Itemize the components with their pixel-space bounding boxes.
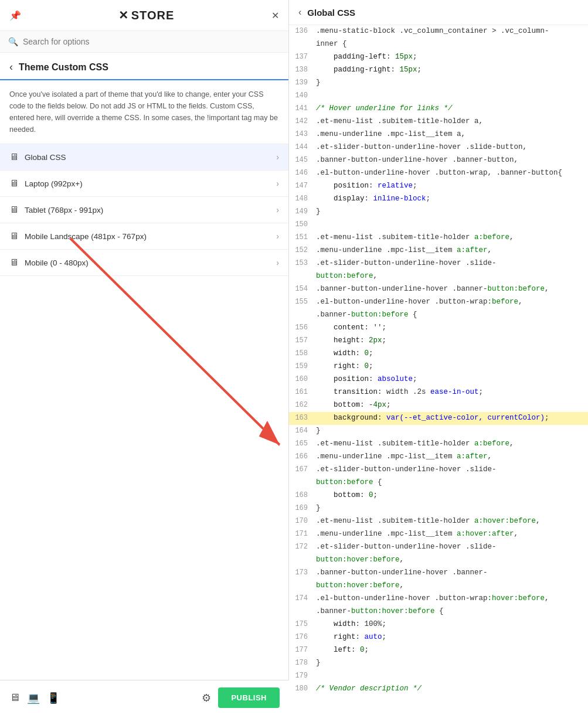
logo-text: STORE — [131, 9, 175, 22]
code-line: button:before { — [289, 476, 588, 489]
code-line: button:before, — [289, 270, 588, 283]
code-line: 173.banner-button-underline-hover .banne… — [289, 567, 588, 580]
code-line: .banner-button:hover:before { — [289, 605, 588, 618]
mobile-label: Mobile (0 - 480px) — [25, 258, 89, 267]
code-line: 147 position: relative; — [289, 180, 588, 193]
code-line: 148 display: inline-block; — [289, 193, 588, 206]
code-line: 145.banner-button-underline-hover .banne… — [289, 154, 588, 167]
back-arrow-icon[interactable]: ‹ — [9, 61, 13, 73]
code-line: 179 — [289, 670, 588, 683]
left-panel: 📌 ✕ STORE ✕ 🔍 ‹ Theme Custom CSS Once yo… — [0, 0, 289, 715]
right-panel: ‹ Global CSS 136.menu-static-block .vc_c… — [289, 0, 588, 715]
code-line: 139} — [289, 77, 588, 90]
publish-button[interactable]: PUBLISH — [218, 687, 280, 708]
code-line: 151.et-menu-list .subitem-title-holder a… — [289, 231, 588, 244]
bottom-bar: 🖥 💻 📱 ⚙ PUBLISH — [0, 680, 289, 715]
code-line: 157 height: 2px; — [289, 335, 588, 348]
logo-x-symbol: ✕ — [118, 8, 129, 22]
code-line: 150 — [289, 219, 588, 231]
code-line: .banner-button:before { — [289, 309, 588, 322]
code-line: 178} — [289, 657, 588, 670]
theme-css-header: ‹ Theme Custom CSS — [0, 53, 288, 80]
code-line: 176 right: auto; — [289, 631, 588, 644]
code-line: 142.et-menu-list .subitem-title-holder a… — [289, 115, 588, 128]
code-line: 144.et-slider-button-underline-hover .sl… — [289, 141, 588, 154]
code-line: 175 width: 100%; — [289, 618, 588, 631]
code-line: button:hover:before, — [289, 580, 588, 593]
search-input[interactable] — [23, 37, 280, 46]
tablet-label: Tablet (768px - 991px) — [25, 206, 103, 215]
code-line: 154.banner-button-underline-hover .banne… — [289, 283, 588, 296]
tablet-icon: 🖥 — [9, 205, 19, 215]
code-line: 146.el-button-underline-hover .button-wr… — [289, 167, 588, 180]
code-line: 138 padding-right: 15px; — [289, 64, 588, 77]
menu-item-tablet[interactable]: 🖥 Tablet (768px - 991px) › — [0, 197, 288, 223]
code-line: 136.menu-static-block .vc_column_contain… — [289, 25, 588, 38]
search-bar: 🔍 — [0, 31, 288, 53]
code-line: 174.el-button-underline-hover .button-wr… — [289, 593, 588, 605]
code-line: 170.et-menu-list .subitem-title-holder a… — [289, 515, 588, 528]
code-line: 163 background: var(--et_active-color, c… — [289, 412, 588, 425]
code-line: 153.et-slider-button-underline-hover .sl… — [289, 257, 588, 270]
menu-item-mobile[interactable]: 🖥 Mobile (0 - 480px) › — [0, 250, 288, 276]
menu-item-mobile-landscape[interactable]: 🖥 Mobile Landscape (481px - 767px) › — [0, 223, 288, 250]
chevron-right-icon-2: › — [276, 179, 279, 188]
mobile-landscape-icon: 🖥 — [9, 231, 19, 241]
menu-item-global-css[interactable]: 🖥 Global CSS › — [0, 144, 288, 171]
chevron-right-icon: › — [276, 152, 279, 162]
code-line: 168 bottom: 0; — [289, 489, 588, 502]
code-line: 155.el-button-underline-hover .button-wr… — [289, 296, 588, 309]
chevron-right-icon-3: › — [276, 205, 279, 215]
code-line: 164} — [289, 425, 588, 438]
code-line: 140 — [289, 90, 588, 103]
menu-item-laptop[interactable]: 🖥 Laptop (992px+) › — [0, 171, 288, 197]
code-line: 141/* Hover underline for links */ — [289, 103, 588, 115]
code-editor[interactable]: 136.menu-static-block .vc_column_contain… — [289, 25, 588, 715]
search-icon: 🔍 — [8, 37, 18, 46]
bottom-mobile-icon[interactable]: 📱 — [47, 692, 60, 704]
code-line: 149} — [289, 206, 588, 219]
code-line: inner { — [289, 38, 588, 51]
code-line: 156 content: ''; — [289, 322, 588, 335]
code-line: 152.menu-underline .mpc-list__item a:aft… — [289, 244, 588, 257]
settings-gear-icon[interactable]: ⚙ — [202, 692, 211, 704]
close-icon[interactable]: ✕ — [271, 10, 279, 21]
code-line: 159 right: 0; — [289, 360, 588, 373]
code-line: 165.et-menu-list .subitem-title-holder a… — [289, 438, 588, 451]
code-line: 180/* Vendor description */ — [289, 683, 588, 696]
pin-icon[interactable]: 📌 — [9, 10, 21, 21]
laptop-icon: 🖥 — [9, 178, 19, 189]
theme-css-title: Theme Custom CSS — [19, 62, 108, 73]
code-line: button:hover:before, — [289, 554, 588, 567]
code-line: 167.et-slider-button-underline-hover .sl… — [289, 464, 588, 476]
bottom-desktop-icon[interactable]: 🖥 — [9, 692, 20, 704]
info-box: Once you've isolated a part of theme tha… — [0, 80, 288, 144]
mobile-landscape-label: Mobile Landscape (481px - 767px) — [25, 232, 147, 241]
menu-list: 🖥 Global CSS › 🖥 Laptop (992px+) › 🖥 Tab… — [0, 144, 288, 276]
bottom-tablet-icon[interactable]: 💻 — [27, 692, 40, 704]
logo: ✕ STORE — [118, 8, 175, 22]
laptop-label: Laptop (992px+) — [25, 179, 83, 188]
right-back-arrow-icon[interactable]: ‹ — [298, 7, 301, 18]
code-line: 160 position: absolute; — [289, 373, 588, 386]
code-line: 177 left: 0; — [289, 644, 588, 657]
code-line: 169} — [289, 502, 588, 515]
code-line: 162 bottom: -4px; — [289, 399, 588, 412]
code-line: 158 width: 0; — [289, 348, 588, 360]
code-line: 172.et-slider-button-underline-hover .sl… — [289, 541, 588, 554]
bottom-device-icons: 🖥 💻 📱 — [9, 692, 60, 704]
right-panel-header: ‹ Global CSS — [289, 0, 588, 25]
mobile-icon: 🖥 — [9, 257, 19, 268]
global-css-label: Global CSS — [25, 153, 66, 162]
code-line: 161 transition: width .2s ease-in-out; — [289, 386, 588, 399]
left-header: 📌 ✕ STORE ✕ — [0, 0, 288, 31]
chevron-right-icon-5: › — [276, 258, 279, 267]
code-line: 143.menu-underline .mpc-list__item a, — [289, 128, 588, 141]
code-line: 171.menu-underline .mpc-list__item a:hov… — [289, 528, 588, 541]
code-line: 137 padding-left: 15px; — [289, 51, 588, 64]
desktop-icon: 🖥 — [9, 152, 19, 162]
chevron-right-icon-4: › — [276, 231, 279, 241]
right-panel-title: Global CSS — [307, 8, 355, 18]
code-line: 166.menu-underline .mpc-list__item a:aft… — [289, 451, 588, 464]
info-text: Once you've isolated a part of theme tha… — [9, 90, 278, 134]
